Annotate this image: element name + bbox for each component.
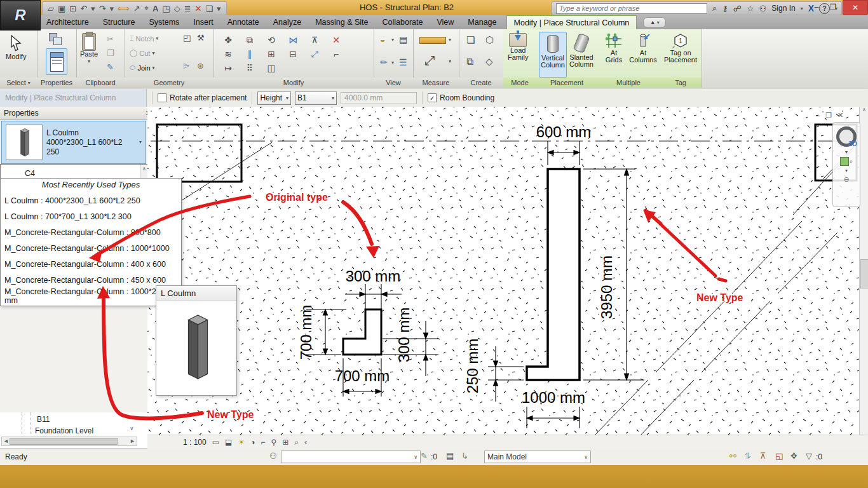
align-icon[interactable]: ≋ (217, 47, 239, 61)
collapse-viewbar-icon[interactable]: ‹ (304, 437, 307, 447)
communication-icon[interactable]: ☍ (733, 4, 742, 13)
panel-view-label[interactable]: View (374, 78, 413, 88)
paint-icon[interactable]: ⌲ (183, 61, 189, 71)
tab-view[interactable]: View (430, 15, 461, 29)
aligned-dimension-icon[interactable]: ↗ (133, 4, 140, 13)
tab-analyze[interactable]: Analyze (266, 15, 308, 29)
panel-geometry-label[interactable]: Geometry (125, 78, 214, 88)
sun-path-icon[interactable]: ☀ (238, 438, 245, 447)
filter-icon[interactable]: ▽ (806, 451, 812, 461)
split-icon[interactable]: ⤢ (304, 47, 325, 61)
type-selector-caret-icon[interactable]: ▾ (139, 139, 142, 145)
editable-only-icon[interactable]: ✎ (421, 451, 428, 461)
pin-icon[interactable]: ⊼ (304, 33, 325, 47)
sign-in-button[interactable]: Sign In (771, 4, 795, 13)
paste-button[interactable]: Paste ▾ (80, 33, 98, 65)
rotate-icon[interactable]: ⟲ (261, 33, 282, 47)
cut-to-clipboard-icon[interactable]: ✂ (107, 34, 114, 44)
mru-item[interactable]: L Coulmn : 700*700_L1 300*L2 300 (4, 208, 132, 224)
lightbulb-icon[interactable]: ◒ (380, 34, 385, 44)
underlay-elements-icon[interactable]: ◱ (775, 451, 783, 461)
demolish-icon[interactable]: ⊛ (197, 61, 204, 71)
qat-customize-caret-icon[interactable]: ▾ (217, 4, 221, 13)
thin-lines-icon[interactable]: ≣ (184, 4, 191, 13)
mru-item[interactable]: M_Concrete-Rectangular-Column : 800*800 (4, 224, 161, 240)
tab-collaborate[interactable]: Collaborate (376, 15, 430, 29)
tag-icon[interactable]: ⌖ (144, 3, 149, 13)
mru-item[interactable]: M_Concrete-Rectangular-Column : 400 x 60… (4, 256, 166, 272)
panel-modify-label[interactable]: Modify (214, 78, 374, 88)
mru-item[interactable]: M_Concrete-Rectangular-Column : 450 x 60… (4, 272, 166, 288)
offset-icon[interactable]: ∥ (239, 47, 261, 61)
minimize-button[interactable]: – (808, 0, 825, 14)
ruler-icon[interactable] (419, 37, 446, 44)
sign-in-caret-icon[interactable]: ▾ (801, 6, 803, 11)
move-icon[interactable]: ✥ (217, 33, 239, 47)
scroll-up-icon[interactable]: ∧ (860, 107, 868, 112)
cut-profile-icon[interactable]: ☰ (399, 57, 407, 67)
active-workset-select[interactable]: ∨ (281, 451, 421, 463)
tab-insert[interactable]: Insert (186, 15, 220, 29)
drawing-canvas[interactable]: 300 mm 700 mm 700 mm 300 mm 600 mm (147, 107, 859, 435)
wheel-caret-icon[interactable]: ▾ (845, 149, 848, 155)
tab-manage[interactable]: Manage (461, 15, 503, 29)
tag-on-placement-button[interactable]: 1 Tag on Placement (663, 33, 698, 64)
measure-icon[interactable]: ⟺ (118, 4, 130, 13)
delete-icon[interactable]: ✕ (325, 33, 347, 47)
cut-geometry-menu[interactable]: ◯ Cut ▾ (130, 49, 154, 57)
exclude-options-icon[interactable]: ⚯ (729, 451, 736, 461)
browser-item-b11[interactable]: B11 (37, 415, 50, 424)
at-grids-button[interactable]: At Grids (601, 33, 627, 64)
close-hidden-windows-icon[interactable]: ✕ (195, 4, 202, 13)
level-select[interactable]: B1 ▾ (295, 92, 337, 105)
copy-icon[interactable]: ⧉ (239, 33, 261, 47)
tab-architecture[interactable]: Architecture (39, 15, 96, 29)
modify-button[interactable]: Modify (6, 34, 26, 60)
zoom-caret-icon[interactable]: ▾ (845, 168, 848, 173)
tab-structure[interactable]: Structure (96, 15, 142, 29)
worksets-icon[interactable]: ⚇ (269, 451, 277, 461)
view-scale[interactable]: 1 : 100 (183, 438, 207, 447)
application-menu-button[interactable]: R (0, 0, 41, 30)
panel-create-label[interactable]: Create (459, 78, 503, 88)
type-properties-button[interactable] (48, 32, 64, 47)
vertical-column-button[interactable]: Vertical Column (539, 32, 567, 78)
view-caret2-icon[interactable]: ▾ (391, 60, 394, 65)
hscroll-left-icon[interactable]: ◄ (3, 438, 9, 444)
panel-select-label[interactable]: Select ▾ (0, 78, 37, 88)
measure-caret2-icon[interactable]: ▾ (449, 58, 451, 64)
tab-systems[interactable]: Systems (142, 15, 186, 29)
hidden-elements-icon[interactable]: ▤ (399, 34, 407, 44)
vertical-scrollbar[interactable]: ∧ (859, 107, 868, 435)
section-icon[interactable]: ◇ (174, 4, 180, 13)
vertical-scroll-thumb[interactable] (860, 259, 868, 288)
panel-clipboard-label[interactable]: Clipboard (76, 78, 125, 88)
show-crop-icon[interactable]: ⚲ (271, 438, 276, 447)
view-minimize-icon[interactable]: – (816, 111, 820, 119)
redo-icon[interactable]: ↷ (99, 4, 106, 13)
panel-measure-label[interactable]: Measure (413, 78, 459, 88)
tab-annotate[interactable]: Annotate (220, 15, 266, 29)
create-assembly-icon[interactable]: ⧉ (466, 56, 473, 67)
room-bounding-checkbox[interactable]: ✓ (428, 93, 437, 102)
crop-view-icon[interactable]: ⌐ (261, 438, 265, 447)
mru-item[interactable]: L Coulmn : 4000*2300_L1 600*L2 250 (4, 193, 140, 208)
default-3d-view-icon[interactable]: ◳ (162, 4, 170, 13)
save-icon[interactable]: ▣ (58, 4, 65, 13)
array-linear-icon[interactable]: ⠿ (239, 61, 261, 75)
restore-button[interactable]: ❐ (825, 0, 841, 14)
slanted-column-button[interactable]: Slanted Column (568, 32, 595, 76)
undo-icon[interactable]: ↶ (80, 4, 87, 13)
at-columns-button[interactable]: At Columns (629, 33, 657, 64)
create-group-icon[interactable]: ❏ (466, 34, 475, 46)
browser-hscrollbar[interactable]: ◄ ► (1, 437, 137, 446)
zoom-out-icon[interactable]: ⊖ (843, 175, 849, 184)
redo-caret-icon[interactable]: ▾ (110, 4, 114, 13)
zoom-tool[interactable]: ⌕ (840, 157, 853, 166)
tab-massing-site[interactable]: Massing & Site (308, 15, 375, 29)
design-option-select[interactable]: Main Model ∨ (484, 451, 591, 463)
notch-menu[interactable]: ⌶ Notch ▾ (130, 34, 158, 43)
hscroll-right-icon[interactable]: ► (130, 438, 135, 444)
match-type-icon[interactable]: ✎ (107, 62, 114, 72)
tab-modify-place-structural-column[interactable]: Modify | Place Structural Column (506, 15, 637, 30)
